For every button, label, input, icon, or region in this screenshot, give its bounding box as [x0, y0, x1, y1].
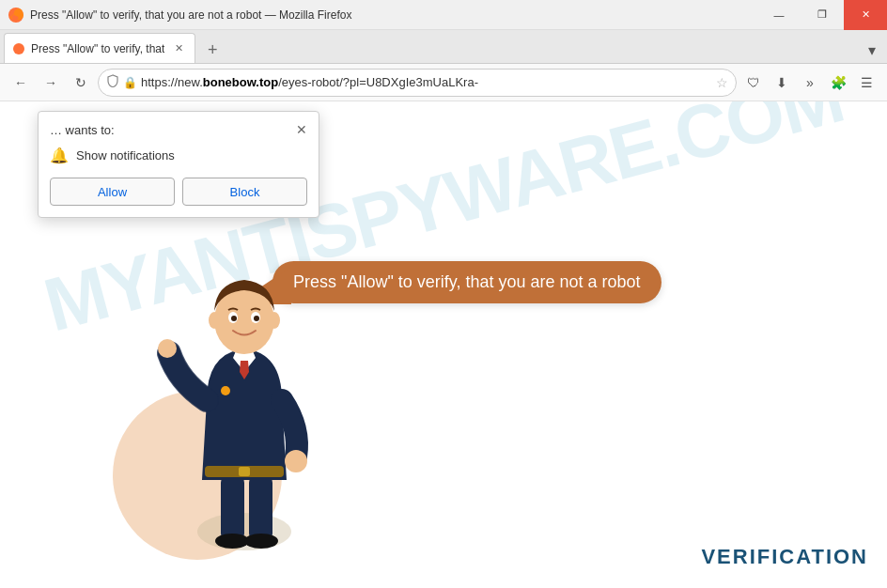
security-icon	[106, 74, 119, 90]
popup-wants-to-text: … wants to:	[50, 123, 115, 137]
shield-button[interactable]: 🛡	[740, 70, 767, 96]
popup-buttons: Allow Block	[50, 178, 307, 206]
svg-point-16	[254, 316, 259, 321]
svg-rect-20	[239, 467, 250, 476]
popup-header: … wants to: ✕	[50, 123, 307, 137]
svg-point-10	[285, 450, 307, 472]
tab-bar-right: ▾	[861, 38, 883, 63]
page-content: MYANTISPYWARE.COM … wants to: ✕ 🔔 Show n…	[0, 101, 887, 588]
speech-bubble-text: Press "Allow" to verify, that you are no…	[293, 272, 641, 291]
minimize-button[interactable]: —	[757, 0, 801, 30]
domain-text: bonebow.top	[203, 75, 278, 89]
close-button[interactable]: ✕	[844, 0, 887, 30]
address-bar[interactable]: 🔒 https://new.bonebow.top/eyes-robot/?pl…	[98, 69, 737, 97]
nav-right-buttons: 🛡 ⬇ » 🧩 ☰	[740, 70, 879, 96]
address-text: https://new.bonebow.top/eyes-robot/?pl=U…	[141, 75, 712, 89]
tab-favicon-icon	[12, 42, 25, 55]
person-svg	[150, 259, 338, 560]
popup-close-button[interactable]: ✕	[296, 123, 307, 136]
more-tools-button[interactable]: »	[797, 70, 823, 96]
url-suffix: /eyes-robot/?pl=U8DXgIe3mUaLKra-	[278, 75, 478, 89]
svg-point-1	[13, 43, 24, 54]
svg-point-5	[215, 534, 249, 549]
svg-point-18	[269, 312, 280, 329]
tab-list-button[interactable]: ▾	[861, 38, 883, 63]
title-bar-left: Press "Allow" to verify, that you are no…	[8, 7, 351, 23]
new-tab-button[interactable]: +	[199, 37, 226, 63]
title-bar-controls: — ❐ ✕	[757, 0, 887, 30]
browser-window: Press "Allow" to verify, that you are no…	[0, 0, 887, 588]
notification-popup: … wants to: ✕ 🔔 Show notifications Allow…	[38, 111, 319, 218]
svg-rect-3	[221, 475, 244, 541]
tab-bar: Press "Allow" to verify, that ✕ + ▾	[0, 30, 887, 64]
svg-point-15	[231, 316, 237, 321]
bell-icon: 🔔	[50, 147, 69, 164]
person-illustration	[94, 240, 301, 560]
title-text: Press "Allow" to verify, that you are no…	[30, 8, 351, 22]
verification-text: VERIFICATION	[701, 545, 868, 569]
extensions-button[interactable]: 🧩	[825, 70, 851, 96]
shield-icon	[106, 74, 119, 87]
allow-button[interactable]: Allow	[50, 178, 175, 206]
popup-notification-item: 🔔 Show notifications	[50, 147, 307, 164]
svg-point-9	[158, 339, 177, 358]
title-bar: Press "Allow" to verify, that you are no…	[0, 0, 887, 30]
lock-icon: 🔒	[123, 76, 137, 89]
reload-button[interactable]: ↻	[68, 70, 94, 96]
nav-bar: ← → ↻ 🔒 https://new.bonebow.top/eyes-rob…	[0, 64, 887, 101]
active-tab[interactable]: Press "Allow" to verify, that ✕	[4, 33, 195, 63]
menu-button[interactable]: ☰	[853, 70, 879, 96]
svg-point-17	[209, 312, 220, 329]
forward-button[interactable]: →	[38, 70, 64, 96]
svg-rect-4	[249, 475, 272, 541]
tab-close-button[interactable]: ✕	[170, 40, 187, 57]
popup-notification-label: Show notifications	[76, 148, 175, 162]
block-button[interactable]: Block	[182, 178, 307, 206]
restore-button[interactable]: ❐	[801, 0, 844, 30]
bookmark-star-button[interactable]: ☆	[716, 75, 728, 90]
svg-point-6	[244, 534, 278, 549]
download-button[interactable]: ⬇	[769, 70, 795, 96]
back-button[interactable]: ←	[8, 70, 34, 96]
tab-title: Press "Allow" to verify, that	[31, 42, 164, 55]
svg-point-8	[221, 386, 230, 395]
firefox-logo-icon	[8, 7, 24, 23]
